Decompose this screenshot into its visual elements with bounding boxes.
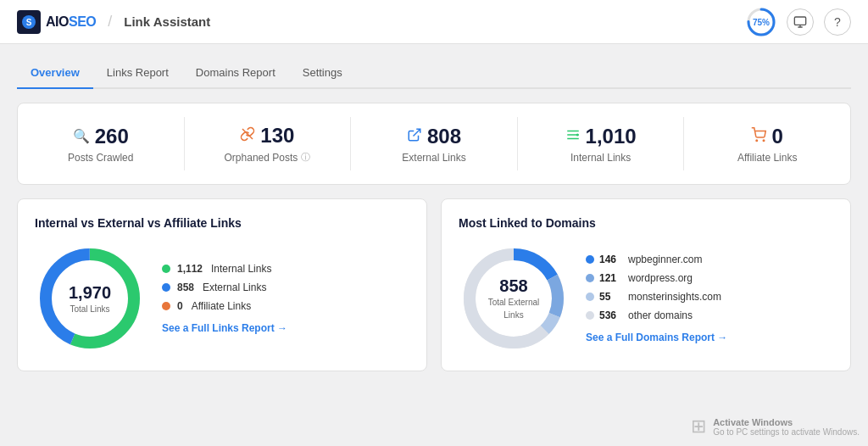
- legend-item-internal: 1,112 Internal Links: [162, 263, 287, 275]
- orphaned-posts-number: 130: [260, 124, 294, 148]
- links-donut: 1,970 Total Links: [35, 243, 145, 354]
- links-legend-area: 1,112 Internal Links 858 External Links …: [162, 263, 287, 334]
- search-icon: 🔍: [73, 128, 90, 144]
- affiliate-links-label: Affiliate Links: [737, 152, 797, 164]
- wordpress-dot: [586, 274, 594, 282]
- wpbeginner-dot: [586, 255, 594, 264]
- stats-bar: 🔍 260 Posts Crawled 130 Orpha: [17, 103, 851, 185]
- affiliate-icon: [751, 127, 766, 146]
- monsterinsights-count: 55: [599, 291, 623, 303]
- domains-chart-area: 858 Total External Links 146 wpbeginner.…: [459, 243, 833, 354]
- help-button[interactable]: ?: [824, 8, 851, 36]
- domains-donut-center: 858 Total External Links: [487, 276, 542, 321]
- affiliate-dot: [162, 302, 170, 310]
- posts-crawled-label: Posts Crawled: [68, 152, 133, 164]
- app-header: S AIOSEO / Link Assistant 75%: [0, 0, 868, 44]
- external-svg: [407, 127, 422, 142]
- stat-posts-crawled: 🔍 260 Posts Crawled: [18, 117, 185, 170]
- monitor-button[interactable]: [787, 8, 814, 36]
- svg-point-7: [576, 133, 578, 136]
- internal-links-number: 1,010: [586, 125, 637, 148]
- posts-crawled-number: 260: [95, 125, 129, 148]
- stat-top-internal: 1,010: [565, 125, 637, 148]
- affiliate-svg: [751, 127, 766, 142]
- tab-domains-report[interactable]: Domains Report: [182, 58, 289, 89]
- links-panel-title: Internal vs External vs Affiliate Links: [35, 216, 409, 230]
- progress-label: 75%: [753, 17, 770, 26]
- affiliate-count: 0: [177, 300, 183, 312]
- external-links-number: 808: [427, 125, 461, 148]
- affiliate-links-number: 0: [771, 125, 782, 148]
- internal-legend-label: Internal Links: [211, 263, 271, 275]
- other-dot: [586, 311, 594, 320]
- links-legend: 1,112 Internal Links 858 External Links …: [162, 263, 287, 312]
- question-icon: ?: [834, 15, 841, 29]
- links-panel: Internal vs External vs Affiliate Links: [17, 198, 427, 371]
- logo: S AIOSEO: [17, 10, 96, 34]
- stat-internal-links: 1,010 Internal Links: [518, 117, 685, 170]
- other-count: 536: [599, 309, 623, 321]
- stat-affiliate-links: 0 Affiliate Links: [684, 117, 850, 170]
- affiliate-legend-label: Affiliate Links: [192, 300, 251, 312]
- logo-icon: S: [17, 10, 41, 34]
- external-count: 858: [177, 282, 194, 293]
- logo-text: AIOSEO: [46, 14, 96, 30]
- external-link-icon: [407, 127, 422, 146]
- nav-tabs: Overview Links Report Domains Report Set…: [17, 58, 851, 89]
- stat-top-affiliate: 0: [751, 125, 782, 148]
- page-title: Link Assistant: [124, 14, 210, 29]
- windows-icon: ⊞: [691, 415, 706, 438]
- internal-link-icon: [565, 127, 581, 146]
- header-left: S AIOSEO / Link Assistant: [17, 10, 210, 34]
- external-dot: [162, 283, 170, 292]
- stat-top-posts: 🔍 260: [73, 125, 129, 148]
- links-total-label: Total Links: [70, 304, 109, 314]
- activate-windows-text: Activate Windows: [713, 417, 860, 427]
- external-legend-label: External Links: [203, 282, 266, 293]
- tab-overview[interactable]: Overview: [17, 58, 93, 89]
- links-total-number: 1,970: [69, 283, 111, 302]
- stat-top-external: 808: [407, 125, 461, 148]
- tab-settings[interactable]: Settings: [289, 58, 356, 89]
- activate-windows-sub: Go to PC settings to activate Windows.: [713, 427, 860, 437]
- stat-top-orphaned: 130: [240, 124, 294, 148]
- svg-line-6: [413, 129, 420, 136]
- monsterinsights-name: monsterinsights.com: [628, 291, 721, 303]
- watermark-text: Activate Windows Go to PC settings to ac…: [713, 417, 860, 437]
- svg-rect-4: [794, 17, 805, 25]
- wpbeginner-name: wpbeginner.com: [628, 254, 702, 265]
- wordpress-name: wordpress.org: [628, 272, 693, 284]
- orphaned-info-icon[interactable]: ⓘ: [301, 151, 310, 164]
- bottom-panels: Internal vs External vs Affiliate Links: [17, 198, 851, 371]
- tab-links-report[interactable]: Links Report: [93, 58, 182, 89]
- links-donut-center: 1,970 Total Links: [69, 283, 111, 315]
- stat-external-links: 808 External Links: [351, 117, 518, 170]
- stat-orphaned-posts: 130 Orphaned Posts ⓘ: [185, 117, 352, 170]
- main-content: Overview Links Report Domains Report Set…: [0, 44, 868, 385]
- orphan-icon: [240, 126, 255, 145]
- domains-panel-title: Most Linked to Domains: [459, 216, 833, 230]
- full-links-report-link[interactable]: See a Full Links Report →: [162, 322, 287, 334]
- svg-point-8: [756, 140, 758, 142]
- domains-total-number: 858: [487, 276, 542, 295]
- monsterinsights-dot: [586, 293, 594, 301]
- progress-circle[interactable]: 75%: [746, 7, 776, 37]
- legend-item-affiliate: 0 Affiliate Links: [162, 300, 287, 312]
- svg-line-5: [242, 129, 253, 139]
- domain-row-wordpress: 121 wordpress.org: [586, 272, 727, 284]
- external-links-label: External Links: [402, 152, 465, 164]
- svg-text:S: S: [26, 18, 32, 27]
- header-right: 75% ?: [746, 7, 851, 37]
- other-name: other domains: [628, 309, 693, 321]
- legend-item-external: 858 External Links: [162, 282, 287, 293]
- wpbeginner-count: 146: [599, 254, 623, 265]
- domains-list-area: 146 wpbeginner.com 121 wordpress.org 55: [586, 254, 727, 343]
- internal-svg: [565, 127, 581, 142]
- domain-row-other: 536 other domains: [586, 309, 727, 321]
- full-domains-report-link[interactable]: See a Full Domains Report →: [586, 332, 727, 343]
- domain-list: 146 wpbeginner.com 121 wordpress.org 55: [586, 254, 727, 321]
- domains-panel: Most Linked to Domains: [441, 198, 851, 371]
- domain-row-monsterinsights: 55 monsterinsights.com: [586, 291, 727, 303]
- header-divider: /: [108, 13, 112, 31]
- windows-watermark: ⊞ Activate Windows Go to PC settings to …: [691, 415, 860, 438]
